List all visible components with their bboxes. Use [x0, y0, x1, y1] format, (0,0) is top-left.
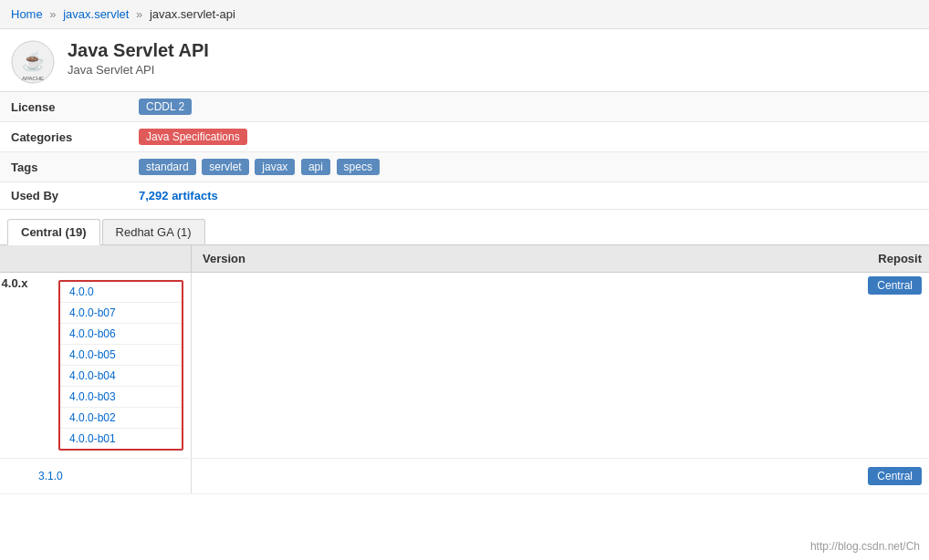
categories-value: Java Specifications: [128, 122, 929, 152]
versions-container: Version Reposit 4.0.x 4.0.0 4.0.0-b07 4.…: [0, 245, 929, 494]
version-item-400b07[interactable]: 4.0.0-b07: [60, 303, 182, 324]
group-repo-31: Central: [847, 459, 929, 493]
tag-badge-4[interactable]: specs: [337, 159, 380, 175]
group-row-31: 3.1.0 Central: [0, 459, 929, 494]
tag-badge-0[interactable]: standard: [139, 159, 196, 175]
version-item-400b05[interactable]: 4.0.0-b05: [60, 345, 182, 366]
version-item-400b06[interactable]: 4.0.0-b06: [60, 324, 182, 345]
col-group-header: [0, 245, 192, 272]
group-row-4x: 4.0.x 4.0.0 4.0.0-b07 4.0.0-b06 4.0.0-b0…: [0, 273, 929, 459]
license-value: CDDL 2: [128, 92, 929, 122]
version-item-400b03[interactable]: 4.0.0-b03: [60, 387, 182, 408]
group-mid-31: [192, 459, 847, 493]
svg-text:☕: ☕: [22, 50, 45, 72]
tags-row: Tags standard servlet javax api specs: [0, 152, 929, 182]
breadcrumb-part2: javax.servlet-api: [150, 7, 235, 21]
artifact-logo: ☕ APACHE: [11, 40, 55, 84]
tag-badge-3[interactable]: api: [301, 159, 330, 175]
group-label-4x: 4.0.x: [0, 273, 29, 294]
artifact-titles: Java Servlet API Java Servlet API: [68, 40, 209, 77]
artifact-header: ☕ APACHE Java Servlet API Java Servlet A…: [0, 29, 929, 92]
version-list-box-4x: 4.0.0 4.0.0-b07 4.0.0-b06 4.0.0-b05 4.0.…: [58, 280, 183, 451]
repo-btn-31[interactable]: Central: [868, 467, 922, 485]
table-header: Version Reposit: [0, 245, 929, 273]
tags-value: standard servlet javax api specs: [128, 152, 929, 182]
tab-central[interactable]: Central (19): [7, 219, 100, 245]
col-repo-header: Reposit: [847, 245, 929, 272]
tabs-bar: Central (19) Redhat GA (1): [0, 210, 929, 245]
artifact-title: Java Servlet API: [68, 40, 209, 61]
artifact-subtitle: Java Servlet API: [68, 63, 209, 77]
license-label: License: [0, 92, 128, 122]
tags-label: Tags: [0, 152, 128, 182]
version-list-4x: 4.0.0 4.0.0-b07 4.0.0-b06 4.0.0-b05 4.0.…: [29, 273, 191, 458]
svg-text:APACHE: APACHE: [22, 76, 44, 81]
version-item-400b01[interactable]: 4.0.0-b01: [60, 429, 182, 449]
used-by-label: Used By: [0, 182, 128, 210]
group-repo-4x: Central: [847, 273, 929, 458]
category-badge[interactable]: Java Specifications: [139, 129, 247, 145]
license-row: License CDDL 2: [0, 92, 929, 122]
info-table: License CDDL 2 Categories Java Specifica…: [0, 92, 929, 210]
version-item-310[interactable]: 3.1.0: [29, 466, 191, 486]
repo-btn-4x[interactable]: Central: [868, 276, 922, 295]
breadcrumb-sep2: »: [136, 7, 142, 21]
breadcrumb-home[interactable]: Home: [11, 7, 43, 21]
breadcrumb: Home » javax.servlet » javax.servlet-api: [0, 0, 929, 29]
version-list-31: 3.1.0: [29, 459, 191, 493]
license-badge[interactable]: CDDL 2: [139, 99, 192, 115]
breadcrumb-part1[interactable]: javax.servlet: [63, 7, 129, 21]
used-by-value: 7,292 artifacts: [128, 182, 929, 210]
group-label-31: [0, 459, 29, 466]
tag-badge-2[interactable]: javax: [255, 159, 295, 175]
categories-label: Categories: [0, 122, 128, 152]
used-by-row: Used By 7,292 artifacts: [0, 182, 929, 210]
tab-redhat[interactable]: Redhat GA (1): [102, 219, 205, 244]
col-version-header: Version: [192, 245, 847, 272]
version-item-400b02[interactable]: 4.0.0-b02: [60, 408, 182, 429]
tag-badge-1[interactable]: servlet: [202, 159, 248, 175]
version-item-400b04[interactable]: 4.0.0-b04: [60, 366, 182, 387]
breadcrumb-sep1: »: [49, 7, 56, 21]
group-mid-4x: [192, 273, 847, 458]
categories-row: Categories Java Specifications: [0, 122, 929, 152]
used-by-link[interactable]: 7,292 artifacts: [139, 189, 218, 202]
version-item-400[interactable]: 4.0.0: [60, 282, 182, 303]
